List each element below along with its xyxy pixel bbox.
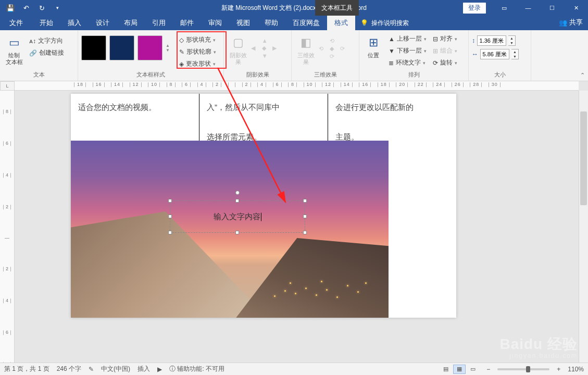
tab-references[interactable]: 引用 — [145, 16, 173, 30]
shadow-effects-button[interactable]: ▢ 阴影效果 — [227, 32, 249, 66]
status-language[interactable]: 中文(中国) — [101, 365, 130, 373]
height-input[interactable] — [477, 35, 506, 46]
resize-handle[interactable] — [235, 231, 239, 234]
tab-help[interactable]: 帮助 — [257, 16, 285, 30]
create-link-button[interactable]: 🔗创建链接 — [27, 47, 66, 58]
view-read-icon[interactable]: ▤ — [440, 365, 452, 374]
3d-tilt[interactable]: ⟲⟲◆⟳⟳ — [319, 32, 350, 60]
status-words[interactable]: 246 个字 — [57, 365, 81, 373]
position-button[interactable]: ⊞ 位置 — [362, 32, 384, 59]
zoom-level[interactable]: 110% — [568, 366, 584, 373]
ribbon-display-icon[interactable]: ▭ — [492, 0, 516, 16]
zoom-slider[interactable] — [497, 368, 549, 370]
style-swatch-magenta[interactable] — [137, 35, 162, 60]
resize-handle[interactable] — [303, 199, 307, 203]
minimize-icon[interactable]: — — [516, 0, 540, 16]
view-buttons: ▤ ▦ ▭ — [440, 365, 479, 374]
close-icon[interactable]: ✕ — [564, 0, 588, 16]
inserted-image[interactable]: 输入文字内容 — [71, 141, 389, 318]
zoom-thumb[interactable] — [526, 366, 530, 372]
document-viewport[interactable]: 适合您的文档的视频。 入”，然后从不同库中选择所需元素。 会进行更改以匹配新的主… — [15, 91, 579, 362]
tab-layout[interactable]: 布局 — [117, 16, 145, 30]
textbox-icon: ▭ — [6, 34, 22, 51]
selected-textbox[interactable]: 输入文字内容 — [170, 201, 305, 233]
text-direction-button[interactable]: ᴀ↕文字方向 — [27, 35, 66, 46]
resize-handle[interactable] — [168, 199, 172, 203]
height-spinner[interactable]: ↕ ▲▼ — [472, 35, 519, 46]
change-shape-icon: ◈ — [179, 60, 184, 68]
link-icon: 🔗 — [29, 49, 37, 57]
group-button[interactable]: ⊞组合 ▾ — [431, 45, 459, 56]
width-input[interactable] — [480, 49, 509, 59]
height-icon: ↕ — [472, 37, 475, 44]
style-swatch-black[interactable] — [81, 35, 106, 60]
shape-outline-button[interactable]: ✎形状轮廓 ▾ — [177, 46, 218, 57]
rotate-handle[interactable] — [235, 191, 240, 195]
macro-icon[interactable]: ▶ — [157, 366, 162, 373]
tab-mailings[interactable]: 邮件 — [173, 16, 201, 30]
draw-textbox-button[interactable]: ▭ 绘制 文本框 — [3, 32, 25, 66]
view-print-icon[interactable]: ▦ — [453, 365, 466, 374]
vertical-scrollbar[interactable] — [579, 91, 588, 362]
resize-handle[interactable] — [303, 215, 307, 218]
status-bar: 第 1 页，共 1 页 246 个字 ✎ 中文(中国) 插入 ▶ ⓘ 辅助功能:… — [0, 362, 588, 375]
column-1[interactable]: 适合您的文档的视频。 — [71, 94, 199, 141]
tab-review[interactable]: 审阅 — [201, 16, 229, 30]
textbox-content[interactable]: 输入文字内容 — [214, 212, 261, 222]
tab-baidu[interactable]: 百度网盘 — [285, 16, 327, 30]
send-backward-button[interactable]: ▼下移一层 ▾ — [386, 45, 429, 56]
resize-handle[interactable] — [303, 231, 307, 234]
column-3[interactable]: 会进行更改以匹配新的主题。 — [328, 94, 456, 141]
style-gallery[interactable]: ▲▼ — [81, 32, 173, 60]
shape-fill-button[interactable]: ◇形状填充 ▾ — [177, 34, 218, 45]
tab-design[interactable]: 设计 — [89, 16, 117, 30]
undo-icon[interactable]: ↶ — [19, 1, 33, 15]
tab-home[interactable]: 开始 — [32, 16, 60, 30]
group-icon: ⊞ — [433, 47, 438, 55]
gallery-more-icon[interactable]: ▲▼ — [166, 35, 173, 60]
align-button[interactable]: ⊟对齐 ▾ — [431, 33, 459, 44]
rotate-icon: ⟳ — [433, 59, 438, 67]
rotate-button[interactable]: ⟳旋转 ▾ — [431, 57, 459, 68]
tab-view[interactable]: 视图 — [229, 16, 257, 30]
spellcheck-icon[interactable]: ✎ — [89, 366, 94, 373]
zoom-in-icon[interactable]: + — [557, 366, 560, 373]
3d-effects-button[interactable]: ◧ 三维效果 — [295, 32, 317, 66]
wrap-text-button[interactable]: ≣环绕文字 ▾ — [386, 57, 429, 68]
group-label-text: 文本 — [3, 71, 74, 80]
qat-customize-icon[interactable]: ▾ — [50, 1, 65, 15]
resize-handle[interactable] — [235, 199, 239, 203]
group-3d: ◧ 三维效果 ⟲⟲◆⟳⟳ 三维效果 — [292, 30, 359, 81]
change-shape-button[interactable]: ◈更改形状 ▾ — [177, 58, 218, 69]
bring-forward-button[interactable]: ▲上移一层 ▾ — [386, 33, 429, 44]
tab-file[interactable]: 文件 — [0, 16, 32, 30]
status-page[interactable]: 第 1 页，共 1 页 — [4, 365, 49, 373]
collapse-ribbon-icon[interactable]: ⌃ — [580, 72, 585, 79]
share-button[interactable]: 👥共享 — [559, 18, 583, 27]
column-2[interactable]: 入”，然后从不同库中选择所需元素。 — [199, 94, 328, 141]
tell-me-search[interactable]: 💡操作说明搜索 — [355, 16, 414, 30]
shadow-nudge[interactable]: ▲◀◆▶▼ — [251, 32, 282, 59]
status-mode[interactable]: 插入 — [137, 365, 150, 373]
resize-handle[interactable] — [168, 215, 172, 218]
status-accessibility[interactable]: ⓘ 辅助功能: 不可用 — [169, 365, 224, 373]
group-textbox-style: ▲▼ ◇形状填充 ▾ ✎形状轮廓 ▾ ◈更改形状 ▾ 文本框样式 — [78, 30, 224, 81]
spinner-arrows[interactable]: ▲▼ — [511, 49, 519, 59]
login-button[interactable]: 登录 — [463, 3, 486, 14]
align-icon: ⊟ — [433, 35, 438, 43]
resize-handle[interactable] — [168, 231, 172, 234]
horizontal-ruler[interactable]: ｜18｜ ｜16｜ ｜14｜ ｜12｜ ｜10｜ ｜8｜ ｜6｜ ｜4｜ ｜2｜… — [15, 81, 579, 91]
fill-icon: ◇ — [179, 36, 184, 44]
tab-format[interactable]: 格式 — [327, 16, 355, 30]
zoom-out-icon[interactable]: − — [486, 366, 490, 373]
tab-insert[interactable]: 插入 — [60, 16, 89, 30]
save-icon[interactable]: 💾 — [3, 1, 18, 15]
redo-icon[interactable]: ↻ — [34, 1, 49, 15]
scrollbar-thumb[interactable] — [580, 111, 587, 205]
spinner-arrows[interactable]: ▲▼ — [508, 35, 516, 46]
style-swatch-navy[interactable] — [109, 35, 134, 60]
view-web-icon[interactable]: ▭ — [467, 365, 479, 374]
maximize-icon[interactable]: ☐ — [540, 0, 564, 16]
width-spinner[interactable]: ↔ ▲▼ — [472, 49, 519, 59]
vertical-ruler[interactable]: ｜8｜｜6｜｜4｜｜2｜—｜2｜｜4｜｜6｜｜8｜｜10｜｜12｜ — [0, 91, 15, 362]
